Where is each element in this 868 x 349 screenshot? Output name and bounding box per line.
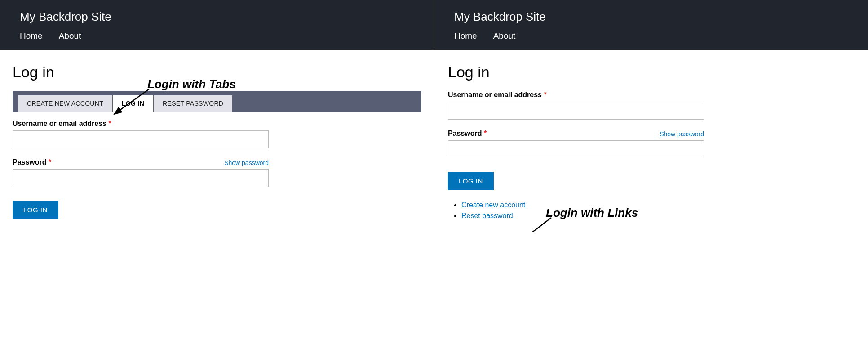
main-nav: Home About (0, 31, 434, 50)
svg-line-1 (114, 89, 149, 114)
login-button[interactable]: LOG IN (13, 201, 58, 219)
username-label: Username or email address * (13, 120, 111, 128)
username-input[interactable] (13, 130, 269, 148)
annotation-tabs: Login with Tabs (147, 77, 236, 91)
show-password-link[interactable]: Show password (660, 130, 704, 138)
arrow-icon (109, 86, 154, 122)
nav-home[interactable]: Home (454, 31, 477, 41)
tab-create-account[interactable]: CREATE NEW ACCOUNT (18, 95, 112, 112)
password-label: Password * (13, 158, 51, 166)
show-password-link[interactable]: Show password (224, 159, 269, 166)
site-title: My Backdrop Site (0, 0, 434, 31)
page-title: Log in (448, 63, 855, 81)
username-label: Username or email address * (448, 91, 547, 99)
password-input[interactable] (448, 140, 704, 158)
tab-reset-password[interactable]: RESET PASSWORD (154, 95, 232, 112)
link-reset-password[interactable]: Reset password (461, 212, 513, 219)
tabs-bar: CREATE NEW ACCOUNT LOG IN RESET PASSWORD (13, 91, 421, 112)
account-links: Create new account Reset password (448, 201, 855, 220)
password-label: Password * (448, 130, 487, 138)
site-header: My Backdrop Site Home About (434, 0, 868, 50)
nav-about[interactable]: About (493, 31, 516, 41)
nav-home[interactable]: Home (20, 31, 43, 41)
link-create-account[interactable]: Create new account (461, 201, 525, 209)
required-marker: * (484, 130, 487, 137)
annotation-links: Login with Links (546, 206, 638, 220)
username-input[interactable] (448, 102, 704, 120)
login-button[interactable]: LOG IN (448, 172, 494, 190)
nav-about[interactable]: About (59, 31, 81, 41)
site-header: My Backdrop Site Home About (0, 0, 434, 50)
password-input[interactable] (13, 169, 269, 187)
main-nav: Home About (434, 31, 868, 50)
site-title: My Backdrop Site (434, 0, 868, 31)
required-marker: * (49, 158, 51, 166)
required-marker: * (544, 91, 546, 98)
